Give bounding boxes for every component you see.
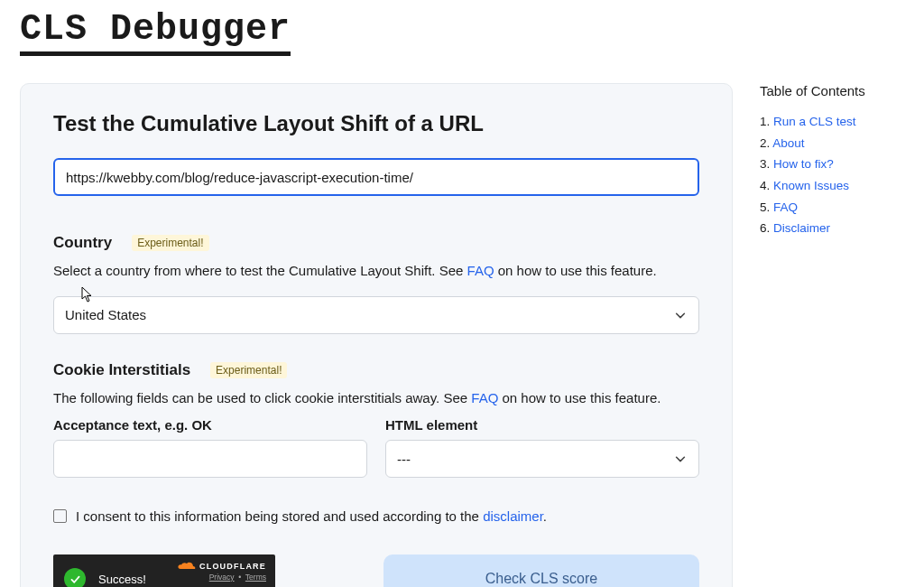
cloudflare-brand: CLOUDFLARE <box>199 562 266 571</box>
card-heading: Test the Cumulative Layout Shift of a UR… <box>53 111 699 136</box>
html-element-select[interactable]: --- <box>385 440 699 478</box>
toc-list: Run a CLS test About How to fix? Known I… <box>760 111 913 239</box>
country-faq-link[interactable]: FAQ <box>467 263 494 278</box>
country-help: Select a country from where to test the … <box>53 261 699 282</box>
toc-link-how-to-fix[interactable]: How to fix? <box>773 157 834 171</box>
disclaimer-link[interactable]: disclaimer <box>483 508 543 524</box>
toc-link-run-test[interactable]: Run a CLS test <box>773 115 856 128</box>
toc-title: Table of Contents <box>760 83 913 98</box>
experimental-badge: Experimental! <box>210 362 287 378</box>
url-input[interactable] <box>53 158 699 196</box>
html-element-label: HTML element <box>385 417 699 433</box>
consent-text: I consent to this information being stor… <box>76 508 547 524</box>
captcha-privacy-link[interactable]: Privacy <box>209 573 235 582</box>
cookie-label: Cookie Interstitials <box>53 361 190 379</box>
toc-link-known-issues[interactable]: Known Issues <box>773 179 849 192</box>
main-card: Test the Cumulative Layout Shift of a UR… <box>20 83 733 587</box>
experimental-badge: Experimental! <box>132 235 208 251</box>
site-title: CLS Debugger <box>20 9 291 56</box>
cookie-faq-link[interactable]: FAQ <box>471 390 498 405</box>
toc-sidebar: Table of Contents Run a CLS test About H… <box>760 83 913 239</box>
toc-link-faq[interactable]: FAQ <box>773 200 798 214</box>
acceptance-label: Acceptance text, e.g. OK <box>53 417 367 433</box>
captcha-widget: Success! CLOUDFLARE Privacy • Terms <box>53 554 275 587</box>
consent-checkbox[interactable] <box>53 509 67 523</box>
toc-link-about[interactable]: About <box>772 136 804 150</box>
cookie-help: The following fields can be used to clic… <box>53 388 699 409</box>
check-cls-button[interactable]: Check CLS score <box>383 554 699 587</box>
acceptance-input[interactable] <box>53 440 367 478</box>
success-check-icon <box>64 568 86 587</box>
captcha-terms-link[interactable]: Terms <box>245 573 266 582</box>
captcha-status: Success! <box>98 573 146 586</box>
cloudflare-icon <box>177 561 197 571</box>
site-title-link[interactable]: CLS Debugger <box>20 26 291 42</box>
country-select[interactable]: United States <box>53 296 699 334</box>
toc-link-disclaimer[interactable]: Disclaimer <box>773 221 830 235</box>
country-label: Country <box>53 234 112 252</box>
